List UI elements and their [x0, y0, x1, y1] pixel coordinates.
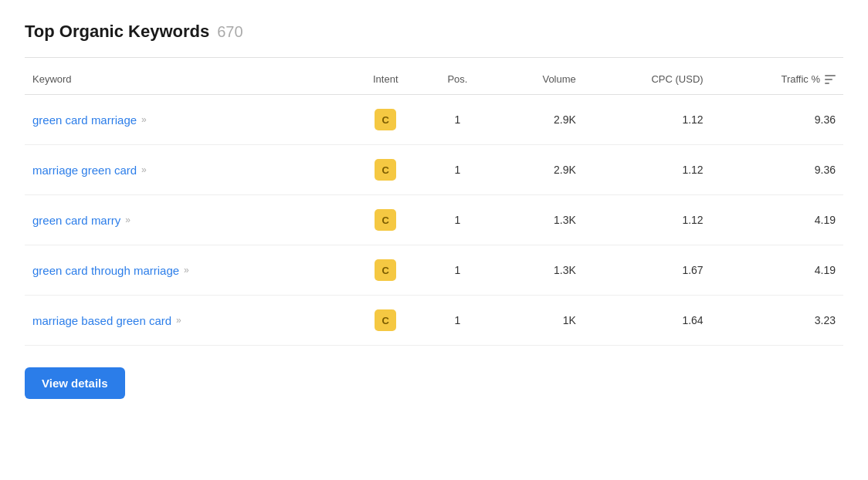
cpc-cell: 1.64: [584, 296, 711, 346]
intent-cell: C: [348, 95, 424, 145]
table-row: marriage green card»C12.9K1.129.36: [25, 145, 843, 195]
keyword-cell: green card through marriage»: [25, 245, 348, 296]
intent-cell: C: [348, 145, 424, 195]
col-volume: Volume: [491, 64, 584, 95]
cpc-cell: 1.12: [584, 145, 711, 195]
traffic-cell: 4.19: [711, 245, 843, 296]
intent-badge: C: [375, 209, 396, 231]
traffic-cell: 3.23: [711, 296, 843, 346]
keyword-count: 670: [217, 23, 242, 41]
svg-rect-1: [825, 79, 832, 80]
position-cell: 1: [424, 195, 491, 245]
intent-cell: C: [348, 195, 424, 245]
svg-rect-0: [825, 75, 836, 76]
cpc-cell: 1.12: [584, 95, 711, 145]
keyword-link[interactable]: green card marry»: [32, 214, 340, 227]
intent-cell: C: [348, 296, 424, 346]
col-cpc: CPC (USD): [584, 64, 711, 95]
view-details-button[interactable]: View details: [25, 367, 125, 399]
cpc-cell: 1.67: [584, 245, 711, 296]
col-pos: Pos.: [424, 64, 491, 95]
widget-title: Top Organic Keywords: [25, 22, 209, 42]
table-row: green card marry»C11.3K1.124.19: [25, 195, 843, 245]
traffic-cell: 9.36: [711, 95, 843, 145]
keyword-link[interactable]: marriage based green card»: [32, 314, 340, 327]
keyword-link[interactable]: green card through marriage»: [32, 264, 340, 277]
intent-badge: C: [375, 309, 396, 331]
volume-cell: 1.3K: [491, 245, 584, 296]
intent-badge: C: [375, 159, 396, 181]
col-traffic: Traffic %: [711, 64, 843, 95]
cpc-cell: 1.12: [584, 195, 711, 245]
position-cell: 1: [424, 245, 491, 296]
keyword-cell: marriage based green card»: [25, 296, 348, 346]
intent-cell: C: [348, 245, 424, 296]
external-link-icon: »: [125, 215, 129, 225]
position-cell: 1: [424, 296, 491, 346]
volume-cell: 2.9K: [491, 95, 584, 145]
external-link-icon: »: [184, 265, 188, 275]
external-link-icon: »: [141, 164, 145, 175]
header-divider: [25, 57, 843, 58]
keyword-cell: green card marry»: [25, 195, 348, 245]
volume-cell: 1.3K: [491, 195, 584, 245]
traffic-cell: 4.19: [711, 195, 843, 245]
table-body: green card marriage»C12.9K1.129.36marria…: [25, 95, 843, 346]
volume-cell: 2.9K: [491, 145, 584, 195]
col-traffic-label: Traffic %: [781, 73, 820, 85]
col-keyword: Keyword: [25, 64, 348, 95]
col-intent: Intent: [348, 64, 424, 95]
position-cell: 1: [424, 145, 491, 195]
keyword-cell: marriage green card»: [25, 145, 348, 195]
table-row: marriage based green card»C11K1.643.23: [25, 296, 843, 346]
table-header: Keyword Intent Pos. Volume CPC (USD) Tra…: [25, 64, 843, 95]
table-row: green card marriage»C12.9K1.129.36: [25, 95, 843, 145]
external-link-icon: »: [141, 114, 145, 125]
intent-badge: C: [375, 109, 396, 130]
keyword-link[interactable]: green card marriage»: [32, 113, 340, 127]
traffic-cell: 9.36: [711, 145, 843, 195]
intent-badge: C: [375, 259, 396, 281]
keyword-link[interactable]: marriage green card»: [32, 164, 340, 177]
keywords-table: Keyword Intent Pos. Volume CPC (USD) Tra…: [25, 64, 843, 346]
traffic-filter-icon[interactable]: [825, 75, 836, 84]
table-row: green card through marriage»C11.3K1.674.…: [25, 245, 843, 296]
keyword-cell: green card marriage»: [25, 95, 348, 145]
widget-header: Top Organic Keywords 670: [25, 22, 843, 42]
svg-rect-2: [825, 83, 829, 84]
volume-cell: 1K: [491, 296, 584, 346]
external-link-icon: »: [176, 315, 180, 326]
position-cell: 1: [424, 95, 491, 145]
